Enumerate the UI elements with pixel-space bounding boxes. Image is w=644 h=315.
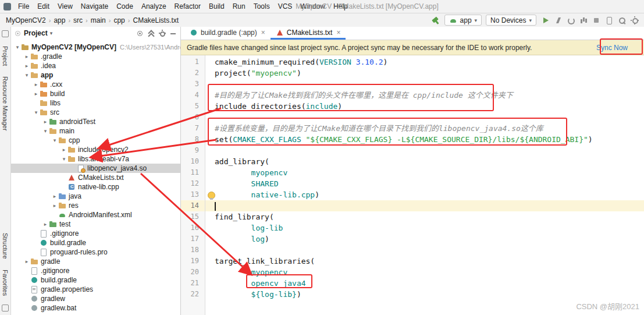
tree-item-cxx[interactable]: ▸.cxx (10, 80, 180, 89)
locate-icon[interactable] (136, 30, 144, 37)
tree-item-label: src (50, 108, 59, 116)
breadcrumb-item-myopencv2[interactable]: MyOpenCV2 (5, 16, 47, 24)
menu-refactor[interactable]: Refactor (170, 1, 205, 13)
tree-item-app[interactable]: ▾app (10, 70, 180, 80)
tree-item-gradlew[interactable]: gradlew (10, 294, 180, 303)
menu-analyze[interactable]: Analyze (137, 1, 170, 13)
tree-item-androidmanifest-xml[interactable]: AndroidManifest.xml (10, 210, 180, 220)
tab-build-gradle-app[interactable]: build.gradle (:app)× (184, 27, 271, 40)
tree-item-libs[interactable]: libs (10, 98, 180, 108)
chevron-right-icon[interactable]: ▸ (61, 147, 67, 153)
device-manager-icon[interactable] (604, 16, 614, 25)
run-config-dropdown[interactable]: app ▾ (444, 15, 482, 26)
tree-item-java[interactable]: ▸java (10, 192, 180, 201)
sync-icon[interactable] (566, 16, 575, 25)
tool-strip-bottom-icon[interactable] (2, 305, 9, 312)
tree-item-gradle[interactable]: ▸.gradle (10, 52, 180, 61)
tree-item-build-gradle[interactable]: build.gradle (10, 238, 180, 247)
tool-window-button-resource-manager[interactable]: Resource Manager (2, 76, 9, 131)
menu-file[interactable]: File (14, 1, 33, 13)
settings-icon[interactable] (158, 30, 166, 37)
tree-item-libopencv-java4-so[interactable]: libopencv_java4.so (10, 164, 180, 173)
tree-item-gradlew-bat[interactable]: gradlew.bat (10, 303, 180, 313)
breadcrumb-item-cpp[interactable]: cpp (112, 16, 126, 24)
tree-item-idea[interactable]: ▸.idea (10, 61, 180, 70)
device-dropdown[interactable]: No Devices ▾ (486, 15, 536, 26)
tool-window-button-favorites[interactable]: Favorites (2, 270, 9, 296)
android-icon (58, 211, 66, 219)
breadcrumb-item-src[interactable]: src (72, 16, 84, 24)
chevron-right-icon[interactable]: ▸ (42, 221, 49, 227)
build-hammer-icon[interactable] (431, 16, 440, 25)
breadcrumb-item-app[interactable]: app (52, 16, 66, 24)
code-line-10: add_library( (205, 156, 644, 167)
tree-item-gradle-properties[interactable]: gradle.properties (10, 285, 180, 294)
chevron-right-icon[interactable]: ▸ (23, 54, 30, 59)
sync-now-button[interactable]: Sync Now (596, 44, 628, 52)
tree-item-build[interactable]: ▸build (10, 89, 180, 98)
menu-edit[interactable]: Edit (33, 1, 54, 13)
menu-run[interactable]: Run (229, 1, 250, 13)
tool-window-button-structure[interactable]: Structure (2, 233, 9, 259)
menu-view[interactable]: View (54, 1, 77, 13)
menu-build[interactable]: Build (205, 1, 229, 13)
breadcrumb-item-cmakelists-txt[interactable]: CMakeLists.txt (131, 16, 180, 24)
tree-item-build-gradle[interactable]: build.gradle (10, 275, 180, 285)
chevron-down-icon[interactable]: ▾ (61, 156, 67, 162)
tree-item-include-opencv2[interactable]: ▸include.opencv2 (10, 145, 180, 154)
breadcrumb-item-main[interactable]: main (90, 16, 107, 24)
chevron-right-icon[interactable]: ▸ (51, 203, 58, 208)
tree-item-gitignore[interactable]: .gitignore (10, 229, 180, 238)
tree-item-src[interactable]: ▾src (10, 108, 180, 117)
tree-item-gradle[interactable]: ▸gradle (10, 257, 180, 266)
tree-item-proguard-rules-pro[interactable]: proguard-rules.pro (10, 247, 180, 257)
tree-item-cpp[interactable]: ▾cpp (10, 136, 180, 145)
run-icon[interactable] (540, 16, 550, 25)
settings-icon[interactable] (630, 16, 639, 25)
chevron-down-icon[interactable]: ▾ (50, 30, 53, 36)
chevron-down-icon[interactable]: ▾ (42, 128, 49, 134)
chevron-right-icon[interactable]: ▸ (33, 91, 40, 97)
chevron-down-icon[interactable]: ▾ (14, 44, 21, 50)
tree-item-gitignore[interactable]: .gitignore (10, 266, 180, 275)
collapse-all-icon[interactable] (147, 30, 155, 37)
search-icon[interactable] (617, 16, 627, 25)
chevron-right-icon[interactable]: ▸ (42, 119, 49, 125)
hide-icon[interactable] (169, 30, 177, 37)
code-editor[interactable]: 12345678910111213141516171819202122 cmak… (181, 55, 644, 315)
profiler-icon[interactable] (579, 16, 588, 25)
code-line-12: SHARED (205, 178, 644, 189)
chevron-down-icon[interactable]: ▾ (33, 109, 40, 115)
menu-tools[interactable]: Tools (250, 1, 274, 13)
tool-window-button-project[interactable]: Project (2, 46, 9, 66)
tree-item-res[interactable]: ▸res (10, 201, 180, 210)
tree-item-cmakelists-txt[interactable]: CMakeLists.txt (10, 173, 180, 182)
tree-item-myopencv2-myopencv[interactable]: ▾MyOpenCV2 [MyOpenCV]C:\Users\27531\Andr… (10, 43, 180, 52)
tree-item-androidtest[interactable]: ▸androidTest (10, 117, 180, 126)
menu-code[interactable]: Code (112, 1, 137, 13)
run-config-label: app (460, 16, 472, 24)
chevron-down-icon[interactable]: ▾ (51, 137, 58, 143)
chevron-right-icon[interactable]: ▸ (23, 63, 30, 69)
apply-changes-icon[interactable] (553, 16, 563, 25)
close-tab-icon[interactable]: × (261, 29, 265, 37)
project-panel-title[interactable]: Project (24, 29, 48, 37)
chevron-right-icon[interactable]: ▸ (33, 82, 40, 87)
tree-item-libs-armeabi-v7a[interactable]: ▾libs.armeabi-v7a (10, 154, 180, 164)
code-line-16: log-lib (205, 222, 644, 233)
tree-item-main[interactable]: ▾main (10, 126, 180, 136)
tree-item-label: gradle (41, 257, 60, 266)
chevron-right-icon[interactable]: ▸ (51, 193, 58, 199)
tool-strip-grid-icon[interactable] (2, 30, 9, 37)
tree-item-native-lib-cpp[interactable]: native-lib.cpp (10, 182, 180, 192)
chevron-right-icon[interactable]: ▸ (23, 259, 30, 264)
line-number: 9 (181, 145, 205, 156)
stop-icon[interactable] (592, 16, 601, 25)
tree-item-test[interactable]: ▸test (10, 220, 180, 229)
tab-cmakelists-txt[interactable]: CMakeLists.txt× (271, 27, 346, 40)
intention-bulb-icon[interactable] (208, 192, 215, 199)
chevron-down-icon[interactable]: ▾ (23, 72, 30, 78)
close-tab-icon[interactable]: × (336, 29, 340, 37)
menu-navigate[interactable]: Navigate (77, 1, 112, 13)
menu-vcs[interactable]: VCS (274, 1, 297, 13)
